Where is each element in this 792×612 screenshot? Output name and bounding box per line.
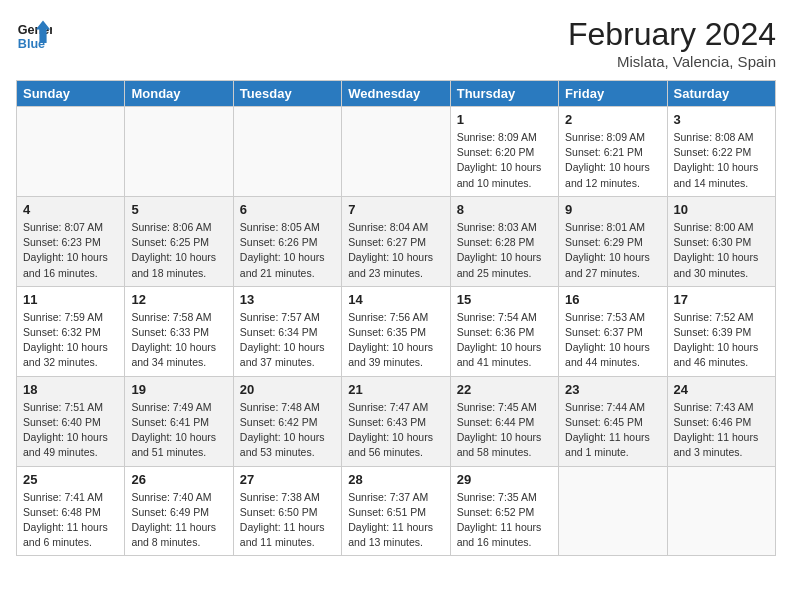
calendar-week-1: 1Sunrise: 8:09 AM Sunset: 6:20 PM Daylig… — [17, 107, 776, 197]
day-info: Sunrise: 7:37 AM Sunset: 6:51 PM Dayligh… — [348, 490, 443, 551]
day-info: Sunrise: 7:38 AM Sunset: 6:50 PM Dayligh… — [240, 490, 335, 551]
calendar-cell: 8Sunrise: 8:03 AM Sunset: 6:28 PM Daylig… — [450, 196, 558, 286]
calendar-cell: 4Sunrise: 8:07 AM Sunset: 6:23 PM Daylig… — [17, 196, 125, 286]
day-number: 1 — [457, 112, 552, 127]
day-header-monday: Monday — [125, 81, 233, 107]
day-number: 27 — [240, 472, 335, 487]
day-number: 13 — [240, 292, 335, 307]
calendar-cell: 28Sunrise: 7:37 AM Sunset: 6:51 PM Dayli… — [342, 466, 450, 556]
calendar-cell: 21Sunrise: 7:47 AM Sunset: 6:43 PM Dayli… — [342, 376, 450, 466]
calendar-cell: 24Sunrise: 7:43 AM Sunset: 6:46 PM Dayli… — [667, 376, 775, 466]
day-header-saturday: Saturday — [667, 81, 775, 107]
day-info: Sunrise: 7:49 AM Sunset: 6:41 PM Dayligh… — [131, 400, 226, 461]
day-number: 12 — [131, 292, 226, 307]
day-number: 25 — [23, 472, 118, 487]
calendar-cell: 13Sunrise: 7:57 AM Sunset: 6:34 PM Dayli… — [233, 286, 341, 376]
calendar-cell: 15Sunrise: 7:54 AM Sunset: 6:36 PM Dayli… — [450, 286, 558, 376]
day-info: Sunrise: 7:35 AM Sunset: 6:52 PM Dayligh… — [457, 490, 552, 551]
day-number: 18 — [23, 382, 118, 397]
calendar-cell: 14Sunrise: 7:56 AM Sunset: 6:35 PM Dayli… — [342, 286, 450, 376]
calendar-cell: 11Sunrise: 7:59 AM Sunset: 6:32 PM Dayli… — [17, 286, 125, 376]
calendar-cell — [342, 107, 450, 197]
logo-icon: General Blue — [16, 16, 52, 52]
calendar-table: SundayMondayTuesdayWednesdayThursdayFrid… — [16, 80, 776, 556]
day-info: Sunrise: 7:43 AM Sunset: 6:46 PM Dayligh… — [674, 400, 769, 461]
calendar-cell: 23Sunrise: 7:44 AM Sunset: 6:45 PM Dayli… — [559, 376, 667, 466]
day-info: Sunrise: 8:03 AM Sunset: 6:28 PM Dayligh… — [457, 220, 552, 281]
calendar-cell: 16Sunrise: 7:53 AM Sunset: 6:37 PM Dayli… — [559, 286, 667, 376]
day-number: 19 — [131, 382, 226, 397]
main-title: February 2024 — [568, 16, 776, 53]
day-info: Sunrise: 8:07 AM Sunset: 6:23 PM Dayligh… — [23, 220, 118, 281]
day-number: 16 — [565, 292, 660, 307]
day-header-sunday: Sunday — [17, 81, 125, 107]
day-number: 20 — [240, 382, 335, 397]
calendar-cell — [233, 107, 341, 197]
calendar-week-5: 25Sunrise: 7:41 AM Sunset: 6:48 PM Dayli… — [17, 466, 776, 556]
calendar-cell: 27Sunrise: 7:38 AM Sunset: 6:50 PM Dayli… — [233, 466, 341, 556]
calendar-week-2: 4Sunrise: 8:07 AM Sunset: 6:23 PM Daylig… — [17, 196, 776, 286]
calendar-cell: 12Sunrise: 7:58 AM Sunset: 6:33 PM Dayli… — [125, 286, 233, 376]
day-number: 23 — [565, 382, 660, 397]
day-number: 7 — [348, 202, 443, 217]
page-header: General Blue February 2024 Mislata, Vale… — [16, 16, 776, 70]
title-area: February 2024 Mislata, Valencia, Spain — [568, 16, 776, 70]
calendar-cell — [125, 107, 233, 197]
calendar-cell: 7Sunrise: 8:04 AM Sunset: 6:27 PM Daylig… — [342, 196, 450, 286]
day-info: Sunrise: 8:09 AM Sunset: 6:21 PM Dayligh… — [565, 130, 660, 191]
day-info: Sunrise: 7:56 AM Sunset: 6:35 PM Dayligh… — [348, 310, 443, 371]
day-info: Sunrise: 7:48 AM Sunset: 6:42 PM Dayligh… — [240, 400, 335, 461]
day-header-friday: Friday — [559, 81, 667, 107]
day-number: 11 — [23, 292, 118, 307]
day-number: 10 — [674, 202, 769, 217]
day-number: 22 — [457, 382, 552, 397]
day-info: Sunrise: 7:59 AM Sunset: 6:32 PM Dayligh… — [23, 310, 118, 371]
day-header-wednesday: Wednesday — [342, 81, 450, 107]
calendar-cell: 1Sunrise: 8:09 AM Sunset: 6:20 PM Daylig… — [450, 107, 558, 197]
day-number: 28 — [348, 472, 443, 487]
day-info: Sunrise: 8:09 AM Sunset: 6:20 PM Dayligh… — [457, 130, 552, 191]
day-header-thursday: Thursday — [450, 81, 558, 107]
day-number: 6 — [240, 202, 335, 217]
subtitle: Mislata, Valencia, Spain — [568, 53, 776, 70]
day-info: Sunrise: 7:51 AM Sunset: 6:40 PM Dayligh… — [23, 400, 118, 461]
calendar-cell: 9Sunrise: 8:01 AM Sunset: 6:29 PM Daylig… — [559, 196, 667, 286]
logo: General Blue — [16, 16, 52, 52]
day-number: 5 — [131, 202, 226, 217]
day-info: Sunrise: 7:45 AM Sunset: 6:44 PM Dayligh… — [457, 400, 552, 461]
calendar-cell: 19Sunrise: 7:49 AM Sunset: 6:41 PM Dayli… — [125, 376, 233, 466]
day-info: Sunrise: 8:05 AM Sunset: 6:26 PM Dayligh… — [240, 220, 335, 281]
calendar-cell: 29Sunrise: 7:35 AM Sunset: 6:52 PM Dayli… — [450, 466, 558, 556]
day-number: 21 — [348, 382, 443, 397]
day-number: 17 — [674, 292, 769, 307]
day-info: Sunrise: 8:06 AM Sunset: 6:25 PM Dayligh… — [131, 220, 226, 281]
day-info: Sunrise: 7:47 AM Sunset: 6:43 PM Dayligh… — [348, 400, 443, 461]
svg-text:General: General — [18, 23, 52, 37]
day-number: 26 — [131, 472, 226, 487]
calendar-cell — [17, 107, 125, 197]
calendar-cell: 26Sunrise: 7:40 AM Sunset: 6:49 PM Dayli… — [125, 466, 233, 556]
day-info: Sunrise: 7:41 AM Sunset: 6:48 PM Dayligh… — [23, 490, 118, 551]
day-info: Sunrise: 8:04 AM Sunset: 6:27 PM Dayligh… — [348, 220, 443, 281]
day-info: Sunrise: 7:40 AM Sunset: 6:49 PM Dayligh… — [131, 490, 226, 551]
calendar-cell — [667, 466, 775, 556]
day-info: Sunrise: 8:08 AM Sunset: 6:22 PM Dayligh… — [674, 130, 769, 191]
day-number: 15 — [457, 292, 552, 307]
calendar-cell — [559, 466, 667, 556]
calendar-cell: 18Sunrise: 7:51 AM Sunset: 6:40 PM Dayli… — [17, 376, 125, 466]
day-number: 4 — [23, 202, 118, 217]
day-info: Sunrise: 8:00 AM Sunset: 6:30 PM Dayligh… — [674, 220, 769, 281]
day-info: Sunrise: 7:52 AM Sunset: 6:39 PM Dayligh… — [674, 310, 769, 371]
calendar-cell: 10Sunrise: 8:00 AM Sunset: 6:30 PM Dayli… — [667, 196, 775, 286]
day-number: 29 — [457, 472, 552, 487]
calendar-cell: 6Sunrise: 8:05 AM Sunset: 6:26 PM Daylig… — [233, 196, 341, 286]
calendar-cell: 25Sunrise: 7:41 AM Sunset: 6:48 PM Dayli… — [17, 466, 125, 556]
day-number: 2 — [565, 112, 660, 127]
day-number: 8 — [457, 202, 552, 217]
calendar-week-3: 11Sunrise: 7:59 AM Sunset: 6:32 PM Dayli… — [17, 286, 776, 376]
calendar-header-row: SundayMondayTuesdayWednesdayThursdayFrid… — [17, 81, 776, 107]
calendar-cell: 5Sunrise: 8:06 AM Sunset: 6:25 PM Daylig… — [125, 196, 233, 286]
day-info: Sunrise: 7:54 AM Sunset: 6:36 PM Dayligh… — [457, 310, 552, 371]
day-number: 24 — [674, 382, 769, 397]
day-info: Sunrise: 7:53 AM Sunset: 6:37 PM Dayligh… — [565, 310, 660, 371]
